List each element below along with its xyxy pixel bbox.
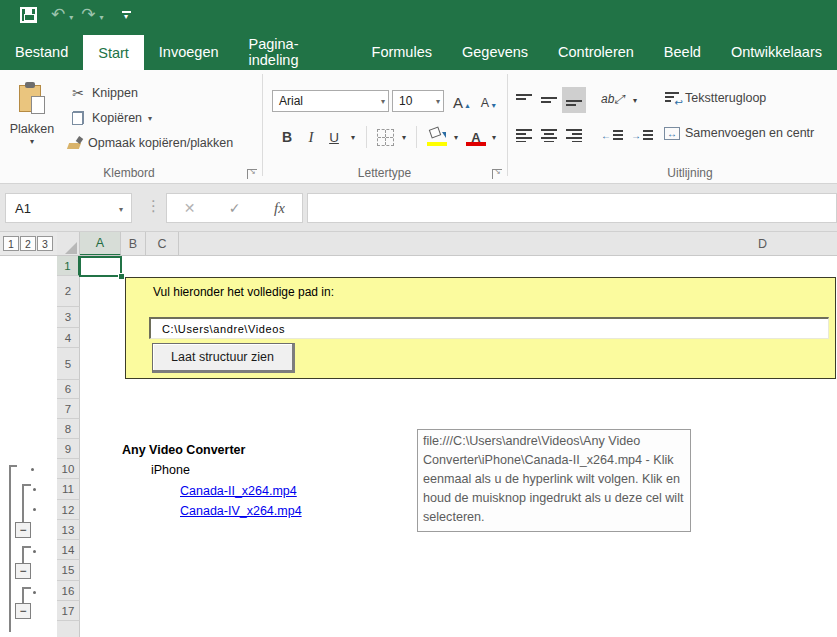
- row-header-17[interactable]: 17: [57, 601, 80, 621]
- merge-center-label: Samenvoegen en centr: [685, 126, 814, 140]
- cut-button[interactable]: ✂ Knippen: [70, 85, 138, 101]
- select-all-button[interactable]: [57, 232, 80, 256]
- group-separator: [262, 74, 263, 176]
- name-box-dropdown-icon[interactable]: ▾: [119, 205, 123, 214]
- tab-start[interactable]: Start: [83, 35, 144, 70]
- column-header-c[interactable]: C: [146, 232, 179, 256]
- customize-qat-icon[interactable]: ▾: [122, 11, 131, 20]
- orientation-dropdown-icon[interactable]: ▾: [630, 88, 640, 112]
- formula-input[interactable]: [307, 193, 837, 223]
- paste-dropdown-icon[interactable]: ▾: [30, 137, 34, 146]
- redo-icon[interactable]: ↷: [81, 5, 95, 25]
- fill-color-dropdown-icon[interactable]: ▾: [451, 125, 461, 149]
- row-header-12[interactable]: 12: [57, 500, 80, 520]
- tab-beeld[interactable]: Beeld: [649, 35, 716, 68]
- decrease-indent-button[interactable]: ←: [600, 122, 624, 148]
- column-header-a[interactable]: A: [80, 232, 121, 256]
- copy-dropdown-icon[interactable]: ▾: [148, 114, 152, 123]
- undo-icon[interactable]: ↶: [51, 5, 65, 25]
- underline-dropdown-icon[interactable]: ▾: [348, 125, 358, 149]
- font-name-dropdown-icon[interactable]: ▾: [381, 97, 385, 106]
- borders-dropdown-icon[interactable]: ▾: [399, 125, 409, 149]
- row-header-13[interactable]: 13: [57, 520, 80, 540]
- clipboard-dialog-launcher-icon[interactable]: [247, 169, 257, 179]
- outline-level-2-button[interactable]: 2: [20, 236, 36, 251]
- excel-window: ↶ ▾ ↷ ▾ ▾ Bestand Start Invoegen Pagina-…: [0, 0, 837, 637]
- fill-color-button[interactable]: [425, 125, 449, 149]
- outline-level-1-button[interactable]: 1: [3, 236, 19, 251]
- save-icon[interactable]: [20, 7, 37, 23]
- tab-pagina-indeling[interactable]: Pagina-indeling: [234, 35, 357, 68]
- wrap-text-button[interactable]: ↩ Tekstterugloop: [664, 90, 766, 106]
- tab-bestand[interactable]: Bestand: [0, 35, 83, 68]
- font-size-combobox[interactable]: 10 ▾: [392, 90, 444, 112]
- bold-button[interactable]: B: [276, 125, 298, 149]
- row-header-8[interactable]: 8: [57, 419, 80, 439]
- row-header-6[interactable]: 6: [57, 380, 80, 399]
- show-structure-button[interactable]: Laat structuur zien: [152, 343, 295, 373]
- align-left-button[interactable]: [512, 122, 536, 148]
- column-header-d[interactable]: D: [179, 232, 837, 256]
- path-input-value: C:\Users\andre\Videos: [162, 323, 285, 335]
- fill-handle[interactable]: [118, 273, 125, 280]
- underline-button[interactable]: U: [324, 125, 344, 149]
- selected-cell-a1[interactable]: [79, 256, 122, 277]
- borders-button[interactable]: [373, 125, 397, 149]
- row-header-7[interactable]: 7: [57, 399, 80, 419]
- cut-label: Knippen: [92, 86, 138, 100]
- align-top-button[interactable]: [512, 87, 536, 113]
- font-color-button[interactable]: A: [464, 125, 488, 149]
- increase-indent-button[interactable]: →: [630, 122, 654, 148]
- outline-detail-dot: [33, 488, 36, 491]
- collapse-group-button[interactable]: −: [15, 563, 31, 579]
- align-bottom-button[interactable]: [562, 87, 586, 113]
- hyperlink-canada-iv[interactable]: Canada-IV_x264.mp4: [180, 504, 302, 518]
- tab-gegevens[interactable]: Gegevens: [447, 35, 543, 68]
- undo-dropdown-icon[interactable]: ▾: [69, 13, 73, 22]
- insert-function-icon[interactable]: fx: [257, 200, 302, 217]
- align-right-button[interactable]: [562, 122, 586, 148]
- grow-font-button[interactable]: A▲: [450, 90, 474, 112]
- row-header-4[interactable]: 4: [57, 328, 80, 348]
- row-header-9[interactable]: 9: [57, 439, 80, 459]
- row-header-16[interactable]: 16: [57, 581, 80, 601]
- column-header-b[interactable]: B: [121, 232, 146, 256]
- row-header-1[interactable]: 1: [57, 256, 80, 276]
- row-header-18-partial[interactable]: [57, 621, 80, 637]
- paste-button[interactable]: Plakken ▾: [6, 80, 58, 168]
- italic-button[interactable]: I: [301, 125, 321, 149]
- tab-ontwikkelaars[interactable]: Ontwikkelaars: [716, 35, 837, 68]
- align-bottom-icon: [566, 93, 582, 107]
- font-name-combobox[interactable]: Arial ▾: [272, 90, 389, 112]
- align-middle-button[interactable]: [537, 87, 561, 113]
- redo-dropdown-icon[interactable]: ▾: [100, 13, 104, 22]
- format-painter-button[interactable]: Opmaak kopiëren/plakken: [66, 135, 233, 151]
- orientation-button[interactable]: ab⤢: [601, 92, 624, 106]
- row-header-14[interactable]: 14: [57, 540, 80, 560]
- tab-controleren[interactable]: Controleren: [543, 35, 649, 68]
- name-box[interactable]: A1 ▾: [5, 193, 132, 223]
- font-color-dropdown-icon[interactable]: ▾: [489, 125, 499, 149]
- cancel-icon[interactable]: ✕: [167, 200, 212, 216]
- worksheet[interactable]: 1 2 3 4 5 6 7 8 9 10 11 12 13 14 15 16 1…: [0, 256, 837, 637]
- font-size-dropdown-icon[interactable]: ▾: [436, 97, 440, 106]
- enter-icon[interactable]: ✓: [212, 200, 257, 216]
- row-header-2[interactable]: 2: [57, 276, 80, 307]
- font-dialog-launcher-icon[interactable]: [492, 169, 502, 179]
- tab-formules[interactable]: Formules: [357, 35, 447, 68]
- row-header-11[interactable]: 11: [57, 479, 80, 500]
- outline-level-3-button[interactable]: 3: [37, 236, 53, 251]
- hyperlink-canada-ii[interactable]: Canada-II_x264.mp4: [180, 484, 297, 498]
- align-center-button[interactable]: [537, 122, 561, 148]
- tab-invoegen[interactable]: Invoegen: [144, 35, 234, 68]
- row-header-3[interactable]: 3: [57, 307, 80, 328]
- path-input[interactable]: C:\Users\andre\Videos: [149, 317, 829, 339]
- shrink-font-button[interactable]: A▼: [477, 90, 501, 112]
- row-header-5[interactable]: 5: [57, 348, 80, 380]
- row-header-15[interactable]: 15: [57, 560, 80, 581]
- copy-button[interactable]: Kopiëren ▾: [70, 110, 152, 126]
- row-header-10[interactable]: 10: [57, 459, 80, 479]
- collapse-group-button[interactable]: −: [15, 522, 31, 538]
- collapse-group-button[interactable]: −: [15, 603, 31, 619]
- merge-center-button[interactable]: ↔ Samenvoegen en centr: [664, 126, 814, 140]
